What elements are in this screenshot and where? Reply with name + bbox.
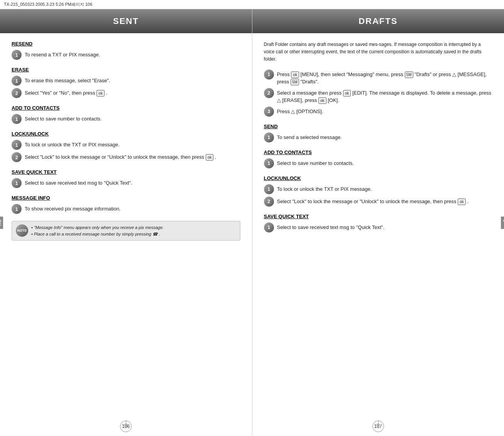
- step-text: Select to save received text msg to "Qui…: [25, 178, 132, 187]
- section-message-info: MESSAGE INFO 1 To show received pix mess…: [12, 195, 240, 214]
- step-badge: 2: [264, 197, 274, 207]
- step-badge: 1: [264, 222, 274, 232]
- section-save-quick-text-right-title: SAVE QUICK TEXT: [264, 214, 493, 219]
- step-row: 3 Press △ [OPTIONS].: [264, 107, 493, 117]
- section-send: SEND 1 To send a selected message.: [264, 124, 493, 143]
- right-page-content: Draft Folder contains any draft messages…: [252, 41, 504, 232]
- step-row: 1 Press ok [MENU], then select "Messagin…: [264, 70, 493, 86]
- step-text: To show received pix message information…: [25, 204, 121, 213]
- note-box: NOTE • "Message Info" menu appears only …: [12, 221, 240, 241]
- step-text: To erase this message, select "Erase".: [25, 76, 110, 85]
- ch-tab-left: CH6: [0, 216, 3, 229]
- section-save-quick-text-title: SAVE QUICK TEXT: [12, 169, 240, 175]
- note-badge: NOTE: [16, 224, 28, 237]
- step-badge: 1: [12, 178, 22, 188]
- section-erase-title: ERASE: [12, 67, 240, 73]
- step-text: Press ok [MENU], then select "Messaging"…: [277, 70, 493, 86]
- top-bar: TX-215_050323 2005.3.23 5:26 PM페이지 106: [0, 0, 504, 9]
- step-badge: 1: [264, 184, 274, 194]
- step-badge: 3: [264, 107, 274, 117]
- section-send-title: SEND: [264, 124, 493, 129]
- step-row: 1 To show received pix message informati…: [12, 204, 240, 214]
- step-text: Select a message then press ok [EDIT]. T…: [277, 88, 493, 104]
- step-badge: 2: [12, 152, 22, 162]
- section-lock-unlock-right-title: LOCK/UNLOCK: [264, 175, 493, 181]
- step-row: 1 To send a selected message.: [264, 132, 493, 143]
- step-row: 1 Select to save number to contacts.: [12, 114, 240, 124]
- section-message-info-title: MESSAGE INFO: [12, 195, 240, 201]
- section-erase: ERASE 1 To erase this message, select "E…: [12, 67, 240, 98]
- step-row: 1 To erase this message, select "Erase".: [12, 76, 240, 86]
- right-page: DRAFTS Draft Folder contains any draft m…: [252, 9, 504, 436]
- step-text: Select to save number to contacts.: [277, 158, 354, 167]
- step-badge: 1: [12, 140, 22, 150]
- ch-tab-right: CH6: [501, 216, 504, 229]
- section-lock-unlock-right: LOCK/UNLOCK 1 To lock or unlock the TXT …: [264, 175, 493, 207]
- section-drafts-main: 1 Press ok [MENU], then select "Messagin…: [264, 70, 493, 117]
- step-text: Select "Lock" to lock the message or "Un…: [277, 197, 468, 205]
- top-bar-text: TX-215_050323 2005.3.23 5:26 PM페이지 106: [4, 2, 92, 7]
- section-lock-unlock: LOCK/UNLOCK 1 To lock or unlock the TXT …: [12, 131, 240, 162]
- step-row: 1 To resend a TXT or PIX message.: [12, 50, 240, 60]
- step-badge: 1: [264, 132, 274, 143]
- left-page-content: RESEND 1 To resend a TXT or PIX message.…: [0, 41, 252, 241]
- step-row: 1 To lock or unlock the TXT or PIX messa…: [264, 184, 493, 194]
- step-badge: 1: [264, 70, 274, 80]
- section-resend: RESEND 1 To resend a TXT or PIX message.: [12, 41, 240, 60]
- step-row: 2 Select "Lock" to lock the message or "…: [12, 152, 240, 162]
- step-text: Select "Lock" to lock the message or "Un…: [25, 152, 216, 161]
- step-row: 2 Select "Yes" or "No", then press ok .: [12, 88, 240, 98]
- step-text: Select "Yes" or "No", then press ok .: [25, 88, 107, 97]
- step-row: 1 Select to save received text msg to "Q…: [264, 222, 493, 232]
- step-text: To lock or unlock the TXT or PIX message…: [25, 140, 120, 149]
- step-text: Press △ [OPTIONS].: [277, 107, 323, 115]
- left-page: SENT RESEND 1 To resend a TXT or PIX mes…: [0, 9, 252, 436]
- step-row: 1 Select to save received text msg to "Q…: [12, 178, 240, 188]
- section-add-to-contacts-title: ADD TO CONTACTS: [12, 105, 240, 111]
- step-badge: 1: [264, 158, 274, 168]
- section-lock-unlock-title: LOCK/UNLOCK: [12, 131, 240, 137]
- section-save-quick-text: SAVE QUICK TEXT 1 Select to save receive…: [12, 169, 240, 188]
- step-row: 2 Select a message then press ok [EDIT].…: [264, 88, 493, 104]
- step-badge: 1: [12, 204, 22, 214]
- section-save-quick-text-right: SAVE QUICK TEXT 1 Select to save receive…: [264, 214, 493, 232]
- step-row: 1 Select to save number to contacts.: [264, 158, 493, 168]
- step-badge: 1: [12, 76, 22, 86]
- section-add-to-contacts-right-title: ADD TO CONTACTS: [264, 149, 493, 155]
- step-text: Select to save received text msg to "Qui…: [277, 222, 385, 231]
- step-text: To send a selected message.: [277, 132, 342, 141]
- step-text: To resend a TXT or PIX message.: [25, 50, 100, 59]
- step-text: Select to save number to contacts.: [25, 114, 101, 123]
- step-row: 2 Select "Lock" to lock the message or "…: [264, 197, 493, 207]
- step-badge: 2: [264, 88, 274, 98]
- step-row: 1 To lock or unlock the TXT or PIX messa…: [12, 140, 240, 150]
- section-add-to-contacts: ADD TO CONTACTS 1 Select to save number …: [12, 105, 240, 124]
- step-text: To lock or unlock the TXT or PIX message…: [277, 184, 372, 193]
- note-text: • "Message Info" menu appears only when …: [31, 224, 164, 237]
- step-badge: 2: [12, 88, 22, 98]
- drafts-intro: Draft Folder contains any draft messages…: [264, 41, 493, 63]
- section-add-to-contacts-right: ADD TO CONTACTS 1 Select to save number …: [264, 149, 493, 168]
- step-badge: 1: [12, 114, 22, 124]
- section-resend-title: RESEND: [12, 41, 240, 47]
- step-badge: 1: [12, 50, 22, 60]
